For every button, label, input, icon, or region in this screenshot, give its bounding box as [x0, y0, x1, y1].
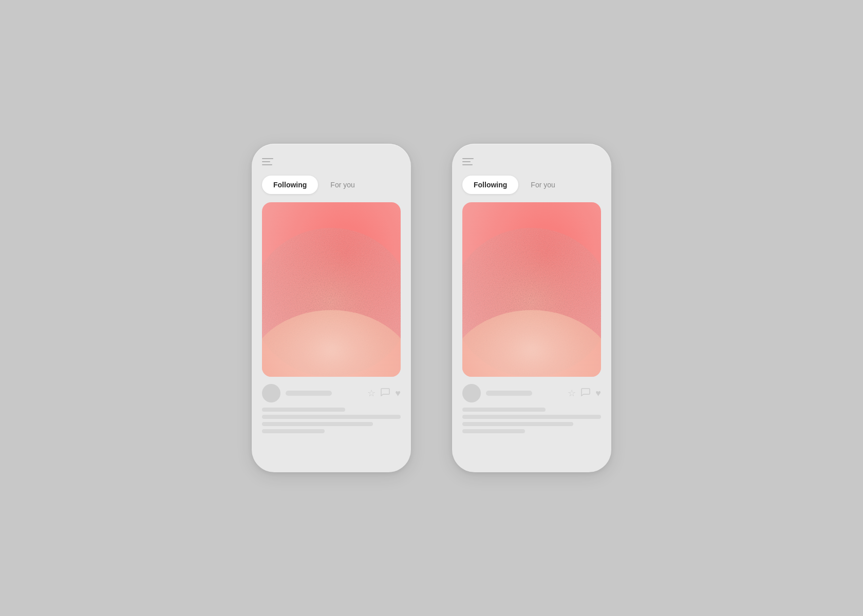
avatar: [262, 384, 280, 402]
post-image: [262, 202, 401, 377]
content-line-r3: [462, 422, 573, 426]
menu-icon[interactable]: [262, 158, 274, 165]
tab-following-right[interactable]: Following: [462, 176, 518, 194]
heart-icon[interactable]: ♥: [395, 388, 401, 399]
content-line-r1: [462, 408, 546, 412]
content-line-r2: [462, 415, 601, 419]
username-line-right: [486, 391, 532, 396]
content-lines-right: [462, 408, 601, 433]
tab-for-you-right[interactable]: For you: [522, 176, 563, 194]
star-icon[interactable]: ☆: [367, 388, 376, 399]
tab-for-you[interactable]: For you: [322, 176, 363, 194]
tab-bar-right: Following For you: [462, 176, 601, 194]
username-line: [286, 391, 332, 396]
heart-icon-right[interactable]: ♥: [595, 388, 601, 399]
post-image-right: [462, 202, 601, 377]
tab-bar: Following For you: [262, 176, 401, 194]
post-actions: ☆ ♥: [262, 384, 401, 402]
svg-rect-3: [262, 202, 401, 377]
chat-icon-right[interactable]: [581, 388, 590, 399]
menu-icon-right[interactable]: [462, 158, 475, 165]
svg-rect-7: [462, 202, 601, 377]
content-line-r4: [462, 429, 525, 433]
avatar-right: [462, 384, 481, 402]
content-line-1: [262, 408, 345, 412]
phone-right: Following For you: [452, 144, 611, 472]
content-line-2: [262, 415, 401, 419]
chat-icon[interactable]: [381, 388, 390, 399]
post-actions-right: ☆ ♥: [462, 384, 601, 402]
star-icon-right[interactable]: ☆: [568, 388, 576, 399]
content-line-4: [262, 429, 325, 433]
tab-following[interactable]: Following: [262, 176, 318, 194]
action-icons: ☆ ♥: [367, 388, 401, 399]
phone-left: Following For you: [252, 144, 411, 472]
content-line-3: [262, 422, 373, 426]
content-lines: [262, 408, 401, 433]
action-icons-right: ☆ ♥: [568, 388, 601, 399]
